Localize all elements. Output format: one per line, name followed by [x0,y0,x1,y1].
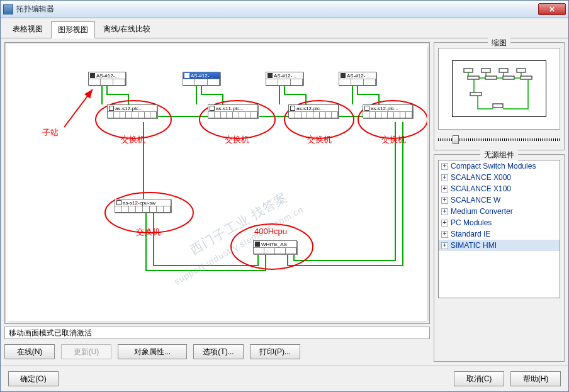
expand-icon[interactable]: + [441,242,448,249]
svg-rect-15 [493,104,503,108]
tab-compare[interactable]: 离线/在线比较 [96,21,157,38]
tree-label: SCALANCE X100 [451,184,511,193]
print-button[interactable]: 打印(P)... [250,344,300,359]
tab-bar: 表格视图 图形视图 离线/在线比较 [1,18,568,38]
thumbnail-canvas [452,60,546,117]
device-io-3[interactable]: AS-#12-... [266,72,303,86]
device-label: AS-#12-... [96,73,119,79]
tree-label: SCALANCE X000 [451,173,511,182]
tree-label: Compact Switch Modules [451,162,536,171]
svg-rect-6 [464,69,473,72]
device-label: as-s12-plc... [296,106,324,111]
close-button[interactable]: ✕ [538,3,566,15]
app-window: 拓扑编辑器 ✕ 表格视图 图形视图 离线/在线比较 [0,0,569,392]
right-column: 缩图 [434,42,565,362]
svg-rect-12 [503,76,514,79]
expand-icon[interactable]: + [441,174,448,181]
tree-item[interactable]: +SCALANCE X100 [439,183,560,194]
device-label: AS-#12-... [191,73,213,79]
device-cpu[interactable]: WHITE_AS [253,240,297,254]
device-switch-4[interactable]: as-s12-plc... [363,104,413,118]
topology-links [8,45,427,321]
object-properties-button[interactable]: 对象属性... [118,344,187,359]
expand-icon[interactable]: + [441,163,448,170]
device-label: AS-#12-... [274,73,296,79]
tab-table-view[interactable]: 表格视图 [6,21,50,38]
thumbnail-group: 缩图 [434,42,565,150]
online-button[interactable]: 在线(N) [4,344,55,359]
device-switch-3[interactable]: as-s12-plc... [288,104,339,118]
device-io-2[interactable]: AS-#12-... [183,72,220,86]
slider-thumb[interactable] [453,135,459,144]
device-label: as-s12-plc... [115,106,143,111]
components-tree[interactable]: +Compact Switch Modules +SCALANCE X000 +… [438,160,560,298]
device-io-4[interactable]: AS-#12-... [339,72,376,86]
device-io-1[interactable]: AS-#12-... [88,72,126,86]
thumbnail-title: 缩图 [488,38,510,48]
thumbnail-view[interactable] [438,48,560,130]
tree-label: SCALANCE W [451,196,500,204]
device-label: as-s12-plc... [371,106,398,111]
expand-icon[interactable]: + [441,197,448,204]
content-area: AS-#12-... AS-#12-... AS-#12-... AS-#12-… [1,38,568,366]
dialog-buttons: 确定(O) 取消(C) 帮助(H) [1,366,568,391]
tree-item[interactable]: +Standard IE [439,228,560,240]
device-label: as-s11-plc... [216,106,244,111]
tree-label: Standard IE [451,230,490,238]
device-switch-2[interactable]: as-s11-plc... [208,104,258,118]
components-title: 无源组件 [480,150,518,160]
svg-rect-7 [482,69,490,72]
tree-item[interactable]: +SCALANCE X000 [439,172,560,183]
svg-rect-11 [485,76,497,79]
ok-button[interactable]: 确定(O) [8,371,59,386]
device-label: AS-#12-... [347,73,369,79]
toolbar: 在线(N) 更新(U) 对象属性... 选项(T)... 打印(P)... [4,342,430,362]
options-button[interactable]: 选项(T)... [193,344,244,359]
device-switch-5[interactable]: as-s12-cpu-sw [115,199,171,213]
expand-icon[interactable]: + [441,220,448,227]
svg-rect-9 [517,69,526,72]
expand-icon[interactable]: + [441,231,448,238]
tree-item[interactable]: +SIMATIC HMI [439,240,560,251]
help-button[interactable]: 帮助(H) [510,371,561,386]
tree-item[interactable]: +Compact Switch Modules [439,160,560,172]
tree-item[interactable]: +Medium Converter [439,206,560,217]
status-bar: 移动画面模式已取消激活 [4,327,430,339]
components-group: 无源组件 +Compact Switch Modules +SCALANCE X… [434,154,565,362]
tree-label: Medium Converter [451,207,513,216]
svg-rect-10 [468,76,479,79]
tree-label: SIMATIC HMI [451,241,497,250]
svg-rect-13 [521,76,532,79]
tree-item[interactable]: +PC Modules [439,217,560,228]
expand-icon[interactable]: + [441,208,448,215]
zoom-slider[interactable] [438,133,560,146]
topology-canvas[interactable]: AS-#12-... AS-#12-... AS-#12-... AS-#12-… [4,42,430,324]
window-title: 拓扑编辑器 [16,4,538,14]
svg-rect-8 [499,69,508,72]
left-column: AS-#12-... AS-#12-... AS-#12-... AS-#12-… [4,42,430,362]
expand-icon[interactable]: + [441,186,448,193]
tree-label: PC Modules [451,218,492,227]
device-label: WHITE_AS [261,242,287,247]
titlebar: 拓扑编辑器 ✕ [1,1,568,18]
device-switch-1[interactable]: as-s12-plc... [107,104,157,118]
cancel-button[interactable]: 取消(C) [454,371,504,386]
update-button: 更新(U) [61,344,111,359]
status-text: 移动画面模式已取消激活 [9,328,92,339]
app-icon [3,4,13,14]
device-label: as-s12-cpu-sw [123,200,155,206]
tab-graphic-view[interactable]: 图形视图 [51,21,95,38]
canvas-inner[interactable]: AS-#12-... AS-#12-... AS-#12-... AS-#12-… [8,45,427,321]
svg-rect-14 [470,92,482,96]
tree-item[interactable]: +SCALANCE W [439,194,560,206]
